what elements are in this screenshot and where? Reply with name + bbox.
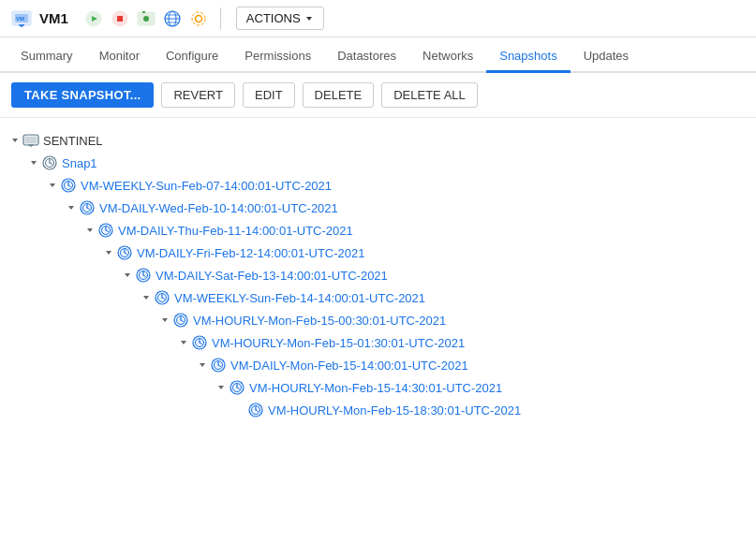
snapshot-icon — [229, 379, 245, 396]
tree-children: VM-DAILY-Fri-Feb-12-14:00:01-UTC-2021 VM… — [101, 242, 749, 421]
snapshot-label: Snap1 — [62, 156, 97, 170]
chevron-icon[interactable] — [176, 335, 191, 350]
chevron-icon[interactable] — [64, 200, 79, 215]
snapshot-icon — [60, 177, 77, 194]
tab-networks[interactable]: Networks — [409, 41, 486, 73]
svg-point-18 — [192, 12, 205, 25]
tree-node: VM-HOURLY-Mon-Feb-15-00:30:01-UTC-2021 V… — [157, 309, 749, 421]
snapshot-label: VM-DAILY-Thu-Feb-11-14:00:01-UTC-2021 — [118, 224, 353, 238]
chevron-down-icon — [304, 14, 314, 23]
tree-row[interactable]: VM-DAILY-Mon-Feb-15-14:00:01-UTC-2021 — [195, 354, 749, 376]
chevron-icon[interactable] — [45, 178, 60, 193]
tree-row[interactable]: VM-HOURLY-Mon-Feb-15-00:30:01-UTC-2021 — [157, 309, 749, 331]
chevron-icon[interactable] — [26, 155, 41, 170]
tree-node: VM-DAILY-Fri-Feb-12-14:00:01-UTC-2021 VM… — [101, 242, 749, 421]
tree-row[interactable]: SENTINEL — [7, 129, 749, 152]
tab-configure[interactable]: Configure — [153, 41, 231, 73]
tab-datastores[interactable]: Datastores — [324, 41, 409, 73]
snapshot-icon — [154, 289, 170, 306]
tree-children: VM-DAILY-Thu-Feb-11-14:00:01-UTC-2021 VM… — [82, 219, 749, 421]
tree-row[interactable]: VM-HOURLY-Mon-Feb-15-18:30:01-UTC-2021 — [232, 399, 749, 421]
snapshot-icon — [116, 244, 133, 261]
tree-node: VM-WEEKLY-Sun-Feb-14-14:00:01-UTC-2021 V… — [139, 286, 749, 421]
svg-marker-39 — [68, 206, 74, 210]
chevron-icon[interactable] — [214, 380, 229, 395]
svg-text:VM: VM — [16, 16, 24, 22]
tree-row[interactable]: VM-HOURLY-Mon-Feb-15-01:30:01-UTC-2021 — [176, 331, 749, 354]
tab-summary[interactable]: Summary — [7, 41, 86, 73]
network-icon-btn[interactable] — [162, 8, 183, 29]
svg-marker-81 — [181, 341, 186, 344]
svg-marker-25 — [31, 161, 37, 165]
tree-row[interactable]: VM-WEEKLY-Sun-Feb-14-14:00:01-UTC-2021 — [139, 286, 749, 309]
tree-row[interactable]: VM-WEEKLY-Sun-Feb-07-14:00:01-UTC-2021 — [45, 174, 749, 197]
svg-marker-88 — [200, 363, 205, 367]
snapshot-label: VM-DAILY-Wed-Feb-10-14:00:01-UTC-2021 — [99, 201, 338, 215]
snapshot-label: VM-WEEKLY-Sun-Feb-14-14:00:01-UTC-2021 — [174, 291, 425, 305]
settings-icon-btn[interactable] — [188, 8, 209, 29]
snapshot-label: VM-HOURLY-Mon-Feb-15-01:30:01-UTC-2021 — [212, 336, 465, 350]
snapshot-icon — [41, 154, 58, 171]
toolbar-divider — [220, 7, 221, 30]
snapshot-icon — [97, 222, 114, 239]
tab-updates[interactable]: Updates — [571, 41, 642, 73]
svg-point-10 — [143, 16, 149, 22]
svg-marker-32 — [50, 183, 55, 187]
tree-node: VM-DAILY-Thu-Feb-11-14:00:01-UTC-2021 VM… — [82, 219, 749, 421]
revert-button[interactable]: REVERT — [161, 82, 235, 108]
toolbar-icons — [83, 8, 209, 29]
tree-node: VM-HOURLY-Mon-Feb-15-18:30:01-UTC-2021 — [232, 399, 749, 421]
snapshot-icon — [172, 312, 189, 329]
svg-marker-19 — [306, 17, 312, 21]
snapshot-icon — [79, 199, 96, 216]
tree-children: VM-HOURLY-Mon-Feb-15-18:30:01-UTC-2021 — [232, 399, 749, 421]
stop-button[interactable] — [110, 8, 130, 29]
chevron-icon[interactable] — [139, 290, 154, 305]
svg-marker-53 — [106, 251, 111, 255]
tree-row[interactable]: VM-DAILY-Fri-Feb-12-14:00:01-UTC-2021 — [101, 242, 749, 264]
chevron-icon[interactable] — [157, 313, 172, 328]
edit-button[interactable]: EDIT — [243, 82, 295, 108]
snapshot-label: VM-HOURLY-Mon-Feb-15-14:30:01-UTC-2021 — [249, 381, 502, 395]
tree-row[interactable]: Snap1 — [26, 152, 749, 174]
svg-marker-20 — [12, 139, 18, 142]
snapshot-label: VM-HOURLY-Mon-Feb-15-00:30:01-UTC-2021 — [193, 314, 446, 328]
tree-node: Snap1 VM-WEEKLY-Sun-Feb-07-14:00:01-UTC-… — [26, 152, 749, 421]
tree-row[interactable]: VM-DAILY-Sat-Feb-13-14:00:01-UTC-2021 — [120, 264, 749, 286]
svg-marker-67 — [143, 296, 149, 300]
svg-marker-46 — [87, 228, 93, 232]
chevron-icon[interactable] — [7, 133, 22, 148]
action-bar: TAKE SNAPSHOT... REVERT EDIT DELETE DELE… — [0, 73, 756, 118]
delete-all-button[interactable]: DELETE ALL — [381, 82, 478, 108]
snapshot-label: VM-DAILY-Mon-Feb-15-14:00:01-UTC-2021 — [230, 359, 468, 373]
tab-snapshots[interactable]: Snapshots — [486, 41, 570, 73]
tree-row[interactable]: VM-DAILY-Thu-Feb-11-14:00:01-UTC-2021 — [82, 219, 749, 242]
snapshot-label: VM-DAILY-Fri-Feb-12-14:00:01-UTC-2021 — [137, 246, 364, 260]
chevron-icon[interactable] — [195, 358, 210, 373]
svg-marker-60 — [125, 273, 130, 277]
snapshot-label: SENTINEL — [43, 134, 103, 148]
chevron-icon[interactable] — [101, 245, 116, 260]
snapshot-icon — [135, 267, 152, 284]
tree-children: VM-DAILY-Sat-Feb-13-14:00:01-UTC-2021 VM… — [120, 264, 749, 421]
tab-monitor[interactable]: Monitor — [86, 41, 153, 73]
play-button[interactable] — [83, 8, 104, 29]
snapshot-icon — [210, 357, 227, 374]
snapshot-icon-btn[interactable] — [136, 8, 156, 29]
actions-button[interactable]: ACTIONS — [236, 7, 324, 30]
tree-children: VM-HOURLY-Mon-Feb-15-14:30:01-UTC-2021 V… — [214, 376, 749, 421]
tree-children: VM-WEEKLY-Sun-Feb-07-14:00:01-UTC-2021 V… — [45, 174, 749, 421]
tree-children: VM-DAILY-Mon-Feb-15-14:00:01-UTC-2021 VM… — [195, 354, 749, 421]
take-snapshot-button[interactable]: TAKE SNAPSHOT... — [11, 82, 154, 108]
tree-node: SENTINEL Snap1 VM-WEEKLY-Sun-Feb-07-14:0… — [7, 129, 749, 421]
sentinel-icon — [22, 132, 39, 149]
tab-permissions[interactable]: Permissions — [231, 41, 324, 73]
snapshot-label: VM-HOURLY-Mon-Feb-15-18:30:01-UTC-2021 — [268, 403, 521, 417]
tree-row[interactable]: VM-DAILY-Wed-Feb-10-14:00:01-UTC-2021 — [64, 197, 749, 219]
chevron-icon[interactable] — [120, 268, 135, 283]
tree-children: VM-DAILY-Wed-Feb-10-14:00:01-UTC-2021 VM… — [64, 197, 749, 421]
chevron-icon[interactable] — [82, 223, 97, 238]
delete-button[interactable]: DELETE — [303, 82, 375, 108]
tree-node: VM-HOURLY-Mon-Feb-15-14:30:01-UTC-2021 V… — [214, 376, 749, 421]
tree-row[interactable]: VM-HOURLY-Mon-Feb-15-14:30:01-UTC-2021 — [214, 376, 749, 399]
